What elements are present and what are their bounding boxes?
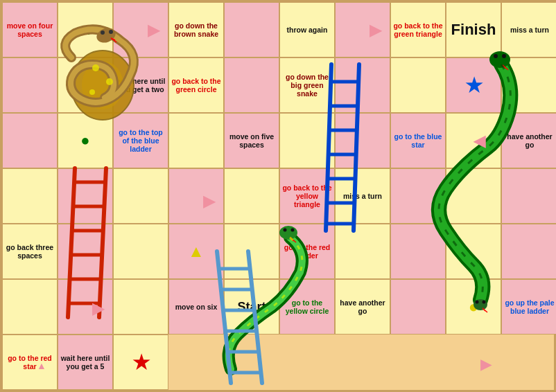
- cell-r6-c4: ●: [446, 279, 501, 335]
- cell-r2-c7: [279, 113, 335, 168]
- cell-text-r0-c7: go back to the green triangle: [393, 21, 443, 38]
- cell-text-r2-c0: ★: [465, 74, 483, 97]
- cell-text-r6-c5: go up the pale blue ladder: [504, 299, 555, 315]
- cell-r6-c6: go to the red star: [2, 335, 58, 390]
- cell-r5-c6: [58, 279, 113, 335]
- cell-r5-c7: [113, 279, 168, 335]
- cell-r6-c7: wait here until you get a 5: [58, 335, 113, 390]
- cell-text-r0-c0: move on four spaces: [5, 21, 55, 38]
- cell-text-r4-c4: go back three spaces: [5, 243, 55, 260]
- cell-text-r1-c0: miss a turn: [510, 26, 549, 34]
- cell-r0-c5: throw again: [279, 2, 335, 57]
- cell-r4-c2: [446, 168, 501, 224]
- cell-r0-c8: Finish: [446, 2, 501, 57]
- cell-r0-c2: [113, 2, 168, 57]
- cell-grid: move on four spaces▲go down the brown sn…: [2, 2, 556, 392]
- cell-r1-c0: miss a turn: [501, 2, 556, 57]
- cell-text-r3-c8: go back to the yellow triangle: [282, 184, 332, 208]
- cell-r5-c1: [335, 224, 390, 279]
- cell-r2-c5: [168, 113, 224, 168]
- cell-r1-c5: [224, 57, 279, 113]
- cell-r4-c8: [224, 224, 279, 279]
- cell-text-r6-c2: have another go: [338, 299, 388, 315]
- cell-text-r0-c1: ▲: [78, 21, 93, 39]
- game-board: move on four spaces▲go down the brown sn…: [0, 0, 556, 392]
- cell-r1-c8: [390, 57, 446, 113]
- cell-text-r0-c5: throw again: [287, 26, 328, 34]
- cell-text-r2-c4: go to the top of the blue ladder: [116, 128, 166, 153]
- cell-text-r6-c8: ★: [132, 351, 150, 374]
- cell-r1-c7: [335, 57, 390, 113]
- cell-r4-c7: ▲: [168, 224, 224, 279]
- cell-r5-c4: [501, 224, 556, 279]
- cell-r0-c4: [224, 2, 279, 57]
- cell-r3-c4: [58, 168, 113, 224]
- cell-r6-c8: ★: [113, 335, 168, 390]
- cell-r6-c1: go to the yellow circle: [279, 279, 335, 335]
- cell-r5-c2: [390, 224, 446, 279]
- cell-r0-c6: [335, 2, 390, 57]
- cell-text-r5-c0: go up the red ladder: [282, 243, 332, 260]
- cell-r2-c8: [335, 113, 390, 168]
- cell-r2-c2: [2, 113, 58, 168]
- cell-text-r5-c8: move on six: [175, 303, 218, 311]
- cell-r4-c6: [113, 224, 168, 279]
- cell-text-r3-c0: go to the blue star: [393, 132, 443, 149]
- cell-text-r6-c6: go to the red star: [5, 354, 55, 371]
- cell-r4-c5: [58, 224, 113, 279]
- cell-r2-c3: ●: [58, 113, 113, 168]
- cell-r1-c2: [58, 57, 113, 113]
- cell-r5-c8: move on six: [168, 279, 224, 335]
- cell-text-r6-c7: wait here until you get a 5: [60, 354, 110, 371]
- cell-r5-c5: [2, 279, 58, 335]
- cell-r3-c6: [168, 168, 224, 224]
- cell-text-r6-c0: Start: [237, 300, 266, 314]
- cell-r5-c3: [446, 224, 501, 279]
- cell-r2-c6: move on five spaces: [224, 113, 279, 168]
- cell-r3-c3: [2, 168, 58, 224]
- cell-text-r6-c4: ●: [469, 297, 479, 317]
- cell-r2-c0: ★: [446, 57, 501, 113]
- cell-r3-c2: have another go: [501, 113, 556, 168]
- cell-r1-c1: [2, 57, 58, 113]
- cell-text-r4-c7: ▲: [188, 242, 205, 261]
- cell-r6-c5: go up the pale blue ladder: [501, 279, 556, 335]
- cell-r1-c3: wait here until you get a two: [113, 57, 168, 113]
- cell-r4-c1: [390, 168, 446, 224]
- cell-r4-c3: [501, 168, 556, 224]
- cell-text-r0-c8: Finish: [451, 21, 496, 39]
- cell-text-r1-c4: go back to the green circle: [171, 77, 221, 93]
- cell-text-r2-c3: ●: [80, 132, 89, 150]
- cell-text-r1-c3: wait here until you get a two: [116, 77, 166, 93]
- cell-r0-c1: ▲: [58, 2, 113, 57]
- cell-r6-c3: [390, 279, 446, 335]
- cell-r3-c8: go back to the yellow triangle: [279, 168, 335, 224]
- cell-r3-c1: [446, 113, 501, 168]
- cell-r0-c7: go back to the green triangle: [390, 2, 446, 57]
- cell-text-r4-c0: miss a turn: [343, 192, 382, 200]
- cell-r1-c4: go back to the green circle: [168, 57, 224, 113]
- cell-r4-c0: miss a turn: [335, 168, 390, 224]
- cell-text-r3-c2: have another go: [504, 132, 555, 149]
- cell-text-r1-c6: go down the big green snake: [282, 73, 332, 98]
- cell-r2-c4: go to the top of the blue ladder: [113, 113, 168, 168]
- cell-r2-c1: [501, 57, 556, 113]
- cell-r0-c0: move on four spaces: [2, 2, 58, 57]
- cell-r6-c2: have another go: [335, 279, 390, 335]
- cell-text-r0-c3: go down the brown snake: [171, 21, 221, 38]
- cell-text-r6-c1: go to the yellow circle: [282, 299, 332, 315]
- cell-r1-c6: go down the big green snake: [279, 57, 335, 113]
- cell-r3-c5: [113, 168, 168, 224]
- cell-r6-c0: Start: [224, 279, 279, 335]
- cell-r5-c0: go up the red ladder: [279, 224, 335, 279]
- cell-r0-c3: go down the brown snake: [168, 2, 224, 57]
- cell-r3-c0: go to the blue star: [390, 113, 446, 168]
- cell-r4-c4: go back three spaces: [2, 224, 58, 279]
- cell-text-r2-c6: move on five spaces: [227, 132, 277, 149]
- cell-r3-c7: [224, 168, 279, 224]
